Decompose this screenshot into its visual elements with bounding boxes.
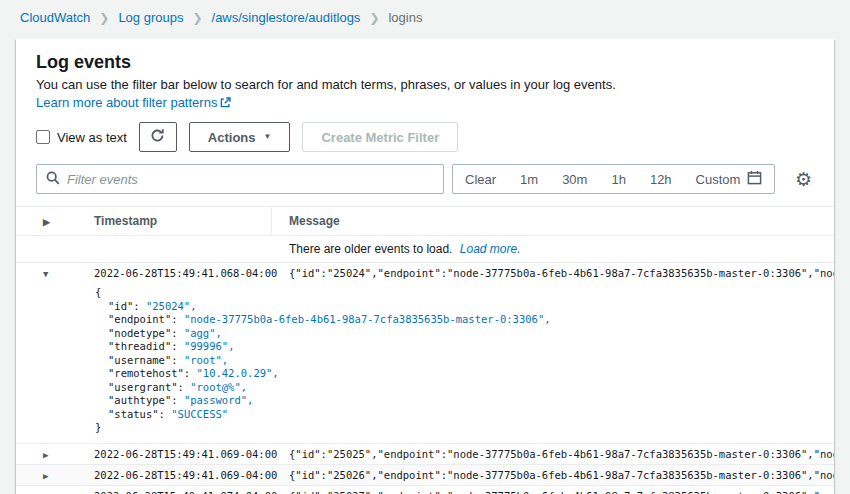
breadcrumb-log-groups[interactable]: Log groups: [118, 10, 183, 25]
breadcrumb-log-group[interactable]: /aws/singlestore/auditlogs: [212, 10, 361, 25]
table-header: ▶ Timestamp Message: [16, 206, 834, 236]
external-link-icon: [220, 96, 231, 111]
json-line: "authtype": "password",: [95, 394, 834, 408]
breadcrumb-current: logins: [388, 10, 422, 25]
json-line: "usergrant": "root@%",: [95, 381, 834, 395]
event-message: {"id":"25026","endpoint":"node-37775b0a-…: [289, 465, 834, 485]
filter-events-input[interactable]: [67, 172, 434, 187]
page-title: Log events: [36, 51, 814, 73]
json-line: "username": "root",: [95, 354, 834, 368]
filter-bar: Clear 1m 30m 1h 12h Custom ⚙: [16, 154, 834, 206]
settings-gear-icon[interactable]: ⚙: [793, 170, 814, 189]
search-icon: [46, 171, 60, 188]
refresh-button[interactable]: [139, 122, 177, 152]
json-line: "status": "SUCCESS": [95, 408, 834, 422]
expand-arrow-icon[interactable]: ▶: [43, 450, 48, 460]
breadcrumb: CloudWatch ❯ Log groups ❯ /aws/singlesto…: [0, 0, 850, 33]
json-line: "id": "25024",: [95, 300, 834, 314]
time-12h-button[interactable]: 12h: [638, 165, 684, 193]
older-events-text: There are older events to load.: [289, 242, 452, 256]
description-text: You can use the filter bar below to sear…: [36, 77, 616, 92]
log-event-row[interactable]: ▶ 2022-06-28T15:49:41.074-04:00 {"id":"2…: [16, 486, 834, 494]
card-header: Log events You can use the filter bar be…: [16, 39, 834, 112]
view-as-text-label: View as text: [57, 130, 127, 145]
time-clear-button[interactable]: Clear: [453, 165, 508, 193]
toolbar: View as text Actions ▼ Create Metric Fil…: [16, 112, 834, 154]
time-custom-button[interactable]: Custom: [684, 165, 775, 193]
time-30m-button[interactable]: 30m: [550, 165, 599, 193]
json-line: {: [95, 286, 834, 300]
time-range-group: Clear 1m 30m 1h 12h Custom: [452, 164, 775, 194]
refresh-icon: [150, 128, 165, 146]
log-event-row[interactable]: ▶ 2022-06-28T15:49:41.069-04:00 {"id":"2…: [16, 444, 834, 465]
log-events-table: ▶ Timestamp Message There are older even…: [16, 206, 834, 494]
log-event-row-expanded[interactable]: ▼ 2022-06-28T15:49:41.068-04:00 {"id":"2…: [16, 263, 834, 283]
collapse-arrow-icon[interactable]: ▼: [43, 269, 48, 279]
learn-more-label: Learn more about filter patterns: [36, 95, 217, 110]
learn-more-link[interactable]: Learn more about filter patterns: [36, 95, 231, 110]
json-line: "threadid": "99996",: [95, 340, 834, 354]
breadcrumb-chevron-icon: ❯: [369, 11, 379, 25]
json-line: "remotehost": "10.42.0.29",: [95, 367, 834, 381]
time-1m-button[interactable]: 1m: [508, 165, 550, 193]
event-timestamp: 2022-06-28T15:49:41.069-04:00: [94, 465, 289, 485]
custom-label: Custom: [696, 172, 741, 187]
event-message: {"id":"25024","endpoint":"node-37775b0a-…: [289, 263, 834, 283]
event-timestamp: 2022-06-28T15:49:41.068-04:00: [94, 263, 289, 283]
json-line: }: [95, 421, 834, 435]
collapse-all-arrow-icon[interactable]: ▶: [43, 217, 50, 227]
older-events-row: There are older events to load. Load mor…: [16, 236, 834, 263]
breadcrumb-cloudwatch[interactable]: CloudWatch: [20, 10, 90, 25]
create-metric-filter-label: Create Metric Filter: [321, 130, 439, 145]
event-message: {"id":"25025","endpoint":"node-37775b0a-…: [289, 444, 834, 464]
breadcrumb-chevron-icon: ❯: [99, 11, 109, 25]
json-line: "nodetype": "agg",: [95, 327, 834, 341]
column-message: Message: [271, 207, 834, 235]
event-timestamp: 2022-06-28T15:49:41.074-04:00: [94, 486, 289, 494]
create-metric-filter-button[interactable]: Create Metric Filter: [302, 122, 458, 152]
log-event-row[interactable]: ▶ 2022-06-28T15:49:41.069-04:00 {"id":"2…: [16, 465, 834, 486]
json-line: "endpoint": "node-37775b0a-6feb-4b61-98a…: [95, 313, 834, 327]
load-more-link[interactable]: Load more.: [460, 242, 521, 256]
time-1h-button[interactable]: 1h: [599, 165, 637, 193]
caret-down-icon: ▼: [264, 133, 272, 141]
event-message: {"id":"25027","endpoint":"node-37775b0a-…: [289, 486, 834, 494]
breadcrumb-chevron-icon: ❯: [192, 11, 202, 25]
view-as-text-checkbox[interactable]: View as text: [36, 130, 127, 145]
expand-arrow-icon[interactable]: ▶: [43, 471, 48, 481]
actions-button[interactable]: Actions ▼: [189, 122, 291, 152]
expanded-event-json: { "id": "25024", "endpoint": "node-37775…: [16, 283, 834, 444]
event-timestamp: 2022-06-28T15:49:41.069-04:00: [94, 444, 289, 464]
actions-label: Actions: [208, 130, 256, 145]
log-events-card: Log events You can use the filter bar be…: [16, 39, 834, 494]
checkbox-box[interactable]: [36, 130, 50, 144]
calendar-icon: [747, 170, 762, 188]
column-timestamp: Timestamp: [94, 207, 271, 235]
page-description: You can use the filter bar below to sear…: [36, 76, 814, 112]
filter-events-field[interactable]: [36, 164, 444, 194]
